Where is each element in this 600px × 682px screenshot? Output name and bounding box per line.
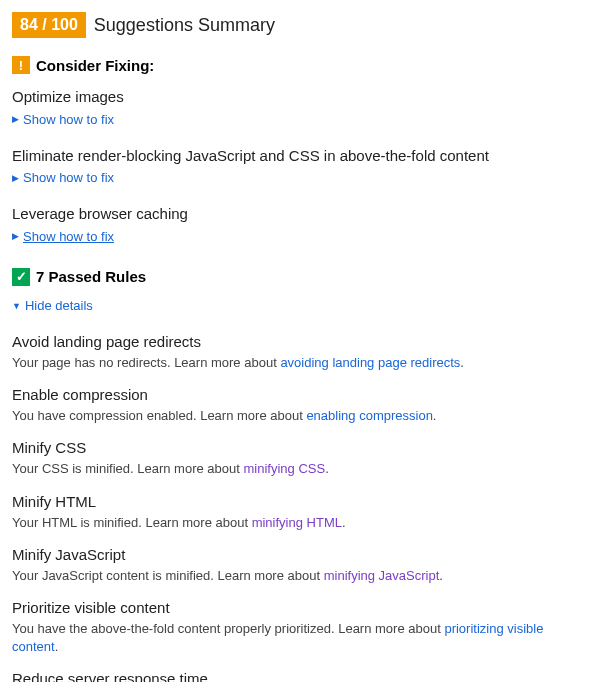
desc-text: You have compression enabled. Learn more… [12,408,306,423]
chevron-right-icon: ▶ [12,114,19,124]
learn-more-link[interactable]: minifying CSS [243,461,325,476]
passed-rule-description: Your page has no redirects. Learn more a… [12,354,588,372]
learn-more-link[interactable]: minifying JavaScript [324,568,440,583]
desc-text: . [55,639,59,654]
summary-header: 84 / 100 Suggestions Summary [12,12,588,38]
passed-rule-title: Enable compression [12,386,588,403]
passed-rule-title: Minify CSS [12,439,588,456]
consider-rule-title: Optimize images [12,88,588,105]
show-how-to-fix-toggle[interactable]: ▶Show how to fix [12,229,114,244]
passed-rule-title: Avoid landing page redirects [12,333,588,350]
learn-more-link[interactable]: avoiding landing page redirects [280,355,460,370]
desc-text: Your CSS is minified. Learn more about [12,461,243,476]
consider-fixing-list: Optimize images▶Show how to fixEliminate… [12,88,588,250]
chevron-right-icon: ▶ [12,173,19,183]
passed-rule-title: Reduce server response time [12,670,588,682]
passed-rules-title: 7 Passed Rules [36,268,146,285]
desc-text: . [342,515,346,530]
desc-text: . [433,408,437,423]
desc-text: . [439,568,443,583]
passed-rule-title: Minify HTML [12,493,588,510]
consider-rule-title: Eliminate render-blocking JavaScript and… [12,147,588,164]
warning-icon: ! [12,56,30,74]
passed-rule-description: Your JavaScript content is minified. Lea… [12,567,588,585]
passed-rule-title: Prioritize visible content [12,599,588,616]
passed-rule-description: You have the above-the-fold content prop… [12,620,588,656]
desc-text: Your page has no redirects. Learn more a… [12,355,280,370]
chevron-down-icon: ▼ [12,301,21,311]
consider-fixing-heading: ! Consider Fixing: [12,56,588,74]
page-title: Suggestions Summary [94,15,275,36]
passed-rule-description: Your HTML is minified. Learn more about … [12,514,588,532]
hide-details-label: Hide details [25,298,93,313]
desc-text: Your JavaScript content is minified. Lea… [12,568,324,583]
passed-rules-heading: ✓ 7 Passed Rules [12,268,588,286]
hide-details-toggle[interactable]: ▼ Hide details [12,298,93,313]
passed-rule-title: Minify JavaScript [12,546,588,563]
passed-rule-description: You have compression enabled. Learn more… [12,407,588,425]
score-badge: 84 / 100 [12,12,86,38]
desc-text: . [460,355,464,370]
learn-more-link[interactable]: enabling compression [306,408,432,423]
chevron-right-icon: ▶ [12,231,19,241]
learn-more-link[interactable]: minifying HTML [252,515,342,530]
passed-rules-list: Avoid landing page redirectsYour page ha… [12,333,588,682]
passed-rule-description: Your CSS is minified. Learn more about m… [12,460,588,478]
check-icon: ✓ [12,268,30,286]
desc-text: . [325,461,329,476]
desc-text: You have the above-the-fold content prop… [12,621,444,636]
show-how-to-fix-label: Show how to fix [23,112,114,127]
show-how-to-fix-label: Show how to fix [23,170,114,185]
show-how-to-fix-toggle[interactable]: ▶Show how to fix [12,112,114,127]
consider-fixing-title: Consider Fixing: [36,57,154,74]
consider-rule-title: Leverage browser caching [12,205,588,222]
show-how-to-fix-label: Show how to fix [23,229,114,244]
show-how-to-fix-toggle[interactable]: ▶Show how to fix [12,170,114,185]
desc-text: Your HTML is minified. Learn more about [12,515,252,530]
